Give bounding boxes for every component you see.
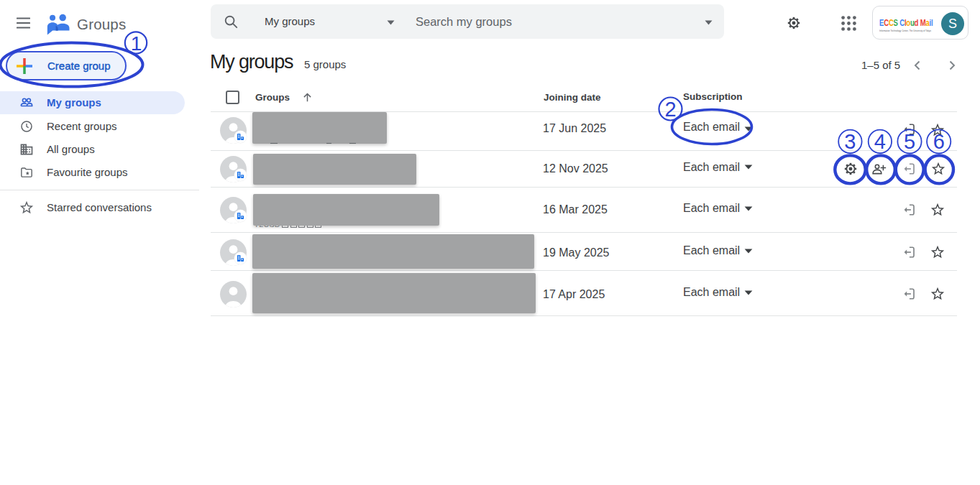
svg-text:2: 2 bbox=[664, 98, 676, 121]
svg-text:3: 3 bbox=[844, 130, 856, 153]
svg-text:6: 6 bbox=[933, 130, 945, 153]
svg-text:5: 5 bbox=[904, 130, 915, 153]
svg-text:4: 4 bbox=[874, 130, 886, 153]
svg-text:1: 1 bbox=[131, 32, 142, 55]
